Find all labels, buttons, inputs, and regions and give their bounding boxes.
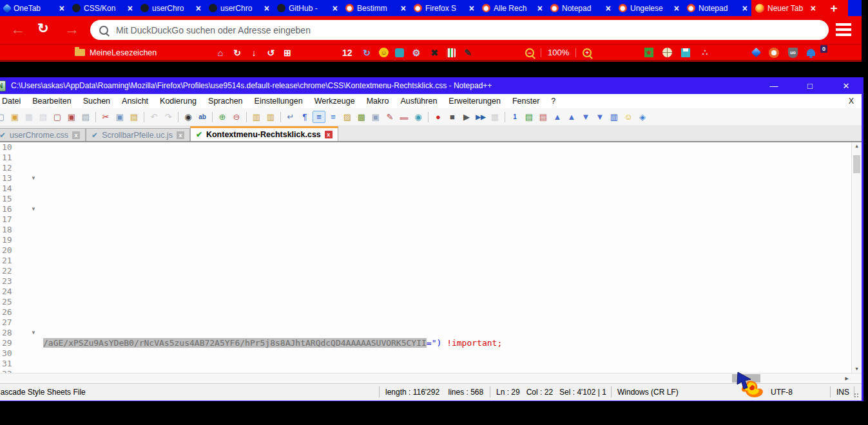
fold-all-icon[interactable]: ▲ (551, 111, 564, 123)
bookmark-next-icon[interactable]: ▼ (579, 111, 592, 123)
url-input[interactable] (115, 24, 820, 36)
container-tabs-icon[interactable] (447, 48, 456, 57)
bookmark-folder[interactable]: MeineLesezeichen (75, 45, 157, 60)
user-defined-dialog-icon[interactable]: ▨ (341, 111, 354, 123)
menu-close-button[interactable]: X (849, 97, 854, 106)
vertical-scrollbar[interactable]: ▲ ▼ (851, 142, 862, 373)
copy-icon[interactable]: ▣ (113, 111, 126, 123)
tab-close-icon[interactable]: × (606, 4, 611, 13)
menu-item[interactable]: Suchen (77, 97, 116, 106)
forward-icon[interactable]: → (64, 21, 79, 38)
bookmarks-manager-icon[interactable]: ★ (644, 48, 653, 57)
session-restore-icon[interactable]: ↺ (265, 47, 276, 59)
scroll-down-icon[interactable]: ▼ (852, 366, 862, 372)
notes-icon[interactable]: ✎ (462, 47, 474, 59)
document-close-icon[interactable]: x (72, 131, 80, 139)
sync-horizontal-icon[interactable]: ▥ (264, 111, 277, 123)
onetab-gem-icon[interactable] (751, 48, 762, 58)
menu-item[interactable]: Einstellungen (249, 97, 309, 106)
cookies-molecule-icon[interactable]: ∴ (699, 47, 711, 59)
reload-icon[interactable]: ↻ (37, 21, 49, 36)
redo-icon[interactable]: ↷ (162, 111, 175, 123)
word-wrap-icon[interactable]: ↵ (284, 111, 297, 123)
document-tab[interactable]: ✔userChrome.cssx (0, 128, 86, 141)
maximize-button[interactable]: □ (795, 81, 825, 91)
document-close-icon[interactable]: x (177, 131, 184, 139)
minimize-button[interactable]: — (758, 81, 789, 91)
tab-close-icon[interactable]: × (333, 4, 338, 13)
edit-with-pen-icon[interactable]: ✎ (383, 111, 396, 123)
emoji-icon[interactable]: ☺ (379, 48, 389, 57)
url-bar[interactable] (90, 20, 829, 40)
browser-tab[interactable]: Alle Rech× (478, 0, 546, 16)
tab-close-icon[interactable]: × (128, 4, 133, 13)
monitoring-eye-icon[interactable]: ◉ (412, 111, 425, 123)
save-icon[interactable]: ▦ (23, 111, 35, 123)
developer-tools-icon[interactable]: ✖ (429, 47, 440, 59)
document-tab[interactable]: ✔Kontextmenu-Rechtsklick.cssx (190, 126, 338, 141)
horizontal-scrollbar[interactable]: ▶ (0, 373, 862, 383)
notifications-bell-icon[interactable] (807, 49, 815, 56)
tab-close-icon[interactable]: × (401, 4, 406, 13)
duckduckgo-icon[interactable] (769, 48, 779, 58)
vertical-edge-icon[interactable]: ▥ (608, 111, 621, 123)
tab-close-icon[interactable]: × (196, 4, 201, 13)
browser-tab[interactable]: Notepad× (546, 0, 615, 16)
browser-tab[interactable]: Bestimm× (342, 0, 410, 16)
scroll-right-icon[interactable]: ▶ (845, 376, 849, 381)
tab-close-icon[interactable]: × (469, 4, 474, 13)
document-tab[interactable]: ✔ScrollbarPfeile.uc.jsx (86, 128, 190, 141)
bookmark-clear-icon[interactable]: ▤ (537, 111, 550, 123)
replace-icon[interactable]: ab (196, 111, 209, 123)
new-tab-button[interactable]: + (820, 0, 848, 16)
menu-item[interactable]: Kodierung (154, 97, 202, 106)
bookmark-previous-icon[interactable]: ▲ (565, 111, 578, 123)
menu-item[interactable]: Datei (0, 97, 26, 106)
menu-item[interactable]: Erweiterungen (443, 97, 506, 106)
menu-hamburger-icon[interactable] (836, 23, 851, 36)
tab-close-icon[interactable]: × (264, 4, 269, 13)
browser-tab[interactable]: Firefox S× (410, 0, 478, 16)
status-encoding[interactable]: UTF-8 (771, 388, 793, 397)
menu-item[interactable]: Ausführen (394, 97, 443, 106)
tab-close-icon[interactable]: × (59, 4, 64, 13)
cut-icon[interactable]: ✂ (99, 111, 112, 123)
stop-macro-icon[interactable]: ■ (446, 111, 459, 123)
document-preview-icon[interactable]: ◈ (636, 111, 649, 123)
menu-item[interactable]: Ansicht (116, 97, 154, 106)
save-macro-icon[interactable]: ▦ (488, 111, 501, 123)
fold-arrow-icon[interactable]: ▼ (24, 173, 43, 184)
fold-arrow-icon[interactable]: ▼ (24, 204, 43, 214)
extensions-puzzle-icon[interactable] (395, 48, 404, 57)
resize-grip[interactable] (854, 393, 860, 399)
tab-close-icon[interactable]: × (674, 4, 679, 13)
menu-item[interactable]: Fenster (506, 97, 545, 106)
menu-item[interactable]: ? (545, 97, 561, 106)
menu-item[interactable]: Makro (361, 97, 395, 106)
status-eol[interactable]: Windows (CR LF) (617, 388, 679, 397)
browser-tab[interactable]: GitHub -× (273, 0, 342, 16)
open-file-icon[interactable]: ▣ (8, 111, 21, 123)
close-document-icon[interactable]: ▢ (51, 111, 64, 123)
home-icon[interactable]: ⌂ (215, 47, 226, 59)
run-macro-multiple-icon[interactable]: ▶▶ (474, 111, 487, 123)
browser-tab[interactable]: userChro× (205, 0, 273, 16)
notepadpp-title-bar[interactable]: N C:\Users\askas\AppData\Roaming\Mozilla… (0, 77, 862, 94)
tab-close-icon[interactable]: × (811, 4, 816, 13)
zoom-in-icon[interactable]: + (583, 48, 592, 57)
zoom-in-icon[interactable]: ⊕ (216, 111, 229, 123)
unfold-all-icon[interactable]: ▼ (593, 111, 606, 123)
find-icon[interactable]: ◉ (182, 111, 195, 123)
bookmark-jump-icon[interactable]: 1 (508, 111, 521, 123)
browser-tab[interactable]: Ungelese× (615, 0, 683, 16)
new-file-icon[interactable]: ▢ (0, 111, 7, 123)
close-button[interactable]: ✕ (831, 81, 862, 91)
browser-tab[interactable]: OneTab× (0, 0, 68, 16)
print-icon[interactable]: ▤ (79, 111, 92, 123)
reload-icon[interactable]: ↻ (231, 47, 243, 59)
zoom-out-icon[interactable]: – (525, 48, 534, 57)
play-macro-icon[interactable]: ▶ (460, 111, 473, 123)
vertical-scroll-thumb[interactable] (853, 155, 860, 173)
zoom-out-icon[interactable]: ⊖ (230, 111, 243, 123)
download-icon[interactable]: ↓ (248, 47, 260, 59)
